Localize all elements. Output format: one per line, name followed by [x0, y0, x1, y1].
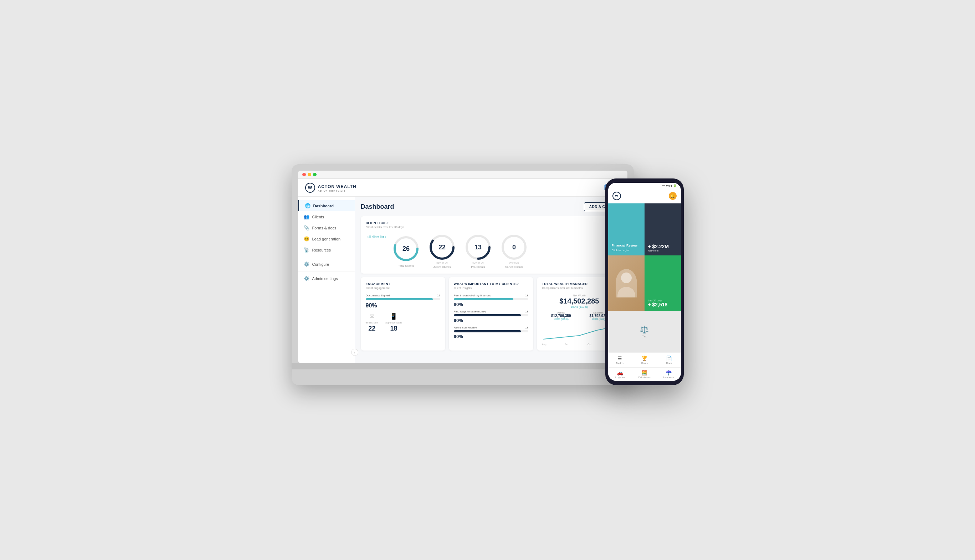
laptop: W ActOn Wealth Act On Your Future ▼ 🌐: [292, 164, 634, 385]
total-clients-gauge: 26 Total Clients: [392, 234, 420, 268]
sidebar-label-lead: Lead generation: [312, 237, 341, 241]
titlebar: [298, 171, 628, 179]
phone-nav-insurance[interactable]: ☂️ Insurance: [657, 369, 681, 379]
emails-label: emails sent: [366, 321, 378, 324]
sorted-clients-sublabel: 0% of 26: [509, 262, 519, 264]
phone-card-last30[interactable]: Last 30 days + $2,518: [644, 255, 681, 311]
phone-battery: 🔋: [673, 184, 677, 187]
phone-nav-calculators[interactable]: 🧮 Calculators: [633, 369, 657, 379]
active-clients-value: 22: [439, 244, 446, 251]
active-clients-sublabel: 85% of 26: [436, 262, 448, 264]
insight-label-1: Feel in control of my finances: [454, 294, 491, 297]
last30-label: Last 30 days: [648, 299, 677, 302]
admin-icon: ⚙️: [304, 276, 309, 281]
sidebar-item-lead[interactable]: 😊 Lead generation: [298, 233, 355, 244]
chart-label-sep: Sep: [565, 343, 569, 345]
notification-bell[interactable]: 🔔: [669, 192, 677, 200]
liabilities-amount: $1,792,926: [589, 314, 608, 318]
phone-nav-todos[interactable]: ☰ To-dos: [608, 355, 631, 365]
assets-col: Assets $12,709,359 100% ($15m): [551, 312, 571, 320]
todos-icon: ☰: [618, 355, 622, 361]
app-logo: W ActOn Wealth Act On Your Future: [305, 183, 357, 193]
phone-wifi: WiFi: [666, 184, 672, 187]
phone-nav-docs[interactable]: 📄 Docs: [657, 355, 681, 365]
app-downloads-item: 📱 app downloads 18: [386, 312, 402, 332]
total-clients-label: Total Clients: [398, 264, 414, 268]
calculators-label: Calculators: [638, 376, 651, 379]
sidebar-label-clients: Clients: [312, 215, 324, 219]
app-topbar: W ActOn Wealth Act On Your Future ▼: [298, 179, 628, 197]
insight-item-2: Find ways to save money 18 90%: [454, 310, 528, 323]
docs-icon: 📄: [666, 355, 672, 361]
goals-label: Goals: [641, 362, 648, 365]
insights-subtitle: Client Insights: [454, 287, 528, 290]
insight-value-2: 18: [525, 310, 528, 313]
calculators-icon: 🧮: [641, 370, 648, 375]
insight-pct-2: 90%: [454, 318, 528, 323]
doc-signed-label: Documents Signed: [366, 294, 390, 297]
sorted-clients-value: 0: [512, 244, 516, 251]
client-base-card: CLIENT BASE Client details over last 30 …: [361, 216, 622, 273]
maximize-button[interactable]: [313, 173, 317, 176]
phone-nav-logbook[interactable]: 🚗 Logbook: [608, 369, 633, 379]
main-header: Dashboard ADD A CLIENT: [361, 202, 622, 211]
phone-card-networth[interactable]: + $2.22M Net worth: [644, 203, 681, 255]
todos-label: To-dos: [616, 362, 623, 365]
full-client-link[interactable]: Full client list ›: [366, 235, 386, 239]
insurance-icon: ☂️: [666, 370, 672, 375]
phone-card-photo: [608, 255, 644, 311]
resources-icon: 📡: [304, 247, 309, 253]
insight-pct-3: 90%: [454, 334, 528, 339]
downloads-count: 18: [390, 325, 397, 332]
logbook-icon: 🚗: [617, 370, 623, 375]
pro-clients-value: 13: [474, 244, 482, 251]
page-title: Dashboard: [361, 203, 394, 210]
logo-text-block: ActOn Wealth Act On Your Future: [318, 183, 357, 192]
phone-header: W 🔔: [608, 189, 681, 203]
sidebar-item-admin[interactable]: ⚙️ Admin settings: [298, 273, 355, 284]
sidebar-label-dashboard: Dashboard: [313, 204, 334, 208]
insight-pct-1: 80%: [454, 302, 528, 307]
emails-sent-item: ✉ emails sent 22: [366, 312, 378, 332]
engagement-subtitle: Client engagement: [366, 287, 440, 290]
phone-card-financial-review[interactable]: Financial Review Click to begin!: [608, 203, 644, 255]
sidebar-item-clients[interactable]: 👥 Clients: [298, 211, 355, 222]
financial-review-title: Financial Review: [612, 244, 641, 247]
email-icon: ✉: [369, 312, 375, 320]
tax-icon: ⚖️: [640, 325, 649, 334]
financial-review-link[interactable]: Click to begin!: [612, 248, 641, 252]
engagement-title: ENGAGEMENT: [366, 282, 440, 286]
pro-clients-sublabel: 50% of 26: [472, 262, 484, 264]
close-button[interactable]: [302, 173, 306, 176]
pro-clients-label: Pro Clients: [471, 265, 485, 268]
networth-amount: + $2.22M: [648, 244, 677, 249]
app-name: ActOn Wealth: [318, 184, 357, 189]
pro-clients-gauge: 13 50% of 26 Pro Clients: [464, 233, 493, 268]
sidebar-item-forms[interactable]: 📎 Forms & docs: [298, 222, 355, 233]
nav-divider-2: [298, 271, 355, 272]
client-base-title: CLIENT BASE: [366, 221, 617, 225]
sidebar: 🌐 Dashboard 👥 Clients 📎 Forms & docs 😊 L…: [298, 197, 355, 363]
phone-logo: W: [613, 192, 621, 200]
insight-item-1: Feel in control of my finances 18 80%: [454, 294, 528, 307]
assets-pct: 100% ($15m): [551, 318, 571, 320]
phone-card-tax[interactable]: ⚖️ Tax: [608, 311, 681, 352]
nav-divider: [298, 257, 355, 257]
traffic-lights: [302, 173, 317, 176]
minimize-button[interactable]: [308, 173, 311, 176]
sidebar-item-configure[interactable]: ⚙️ Configure: [298, 258, 355, 270]
phone-nav: ☰ To-dos 🏆 Goals 📄 Docs: [608, 352, 681, 367]
chart-label-aug: Aug: [542, 343, 546, 345]
insight-value-1: 18: [525, 294, 528, 297]
sorted-clients-gauge: 0 0% of 26 Sorted Clients: [500, 233, 528, 268]
phone-nav-goals[interactable]: 🏆 Goals: [633, 355, 656, 365]
active-clients-gauge: 22 85% of 26 Active Clients: [428, 233, 456, 268]
liabilities-pct: 100% ($2m): [589, 318, 608, 320]
sidebar-collapse-button[interactable]: ‹: [351, 349, 358, 356]
doc-signed-value: 12: [437, 294, 440, 297]
sidebar-item-resources[interactable]: 📡 Resources: [298, 244, 355, 255]
logbook-label: Logbook: [615, 376, 625, 379]
sidebar-item-dashboard[interactable]: 🌐 Dashboard: [298, 200, 355, 211]
lead-icon: 😊: [304, 236, 309, 242]
globe-icon: 🌐: [305, 203, 311, 208]
